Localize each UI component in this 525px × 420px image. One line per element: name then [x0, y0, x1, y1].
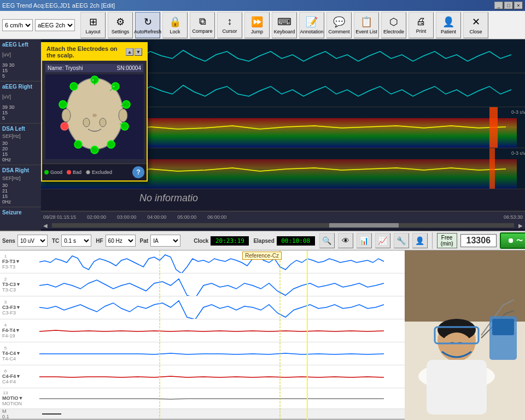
lock-button[interactable]: 🔒 Lock [162, 12, 188, 38]
svg-point-17 [62, 109, 71, 122]
chm-scale-bar [39, 409, 405, 418]
aeeg-left-scale: 39 30155 [2, 62, 39, 79]
eventlist-button[interactable]: 📋 Event List [354, 12, 379, 38]
settings-icon: ⚙ [116, 16, 125, 28]
bottom-toolbar: Sens 10 uV TC 0.1 s HF 60 Hz Pat IA Cloc… [0, 231, 525, 250]
excluded-label: Excluded [92, 170, 112, 175]
tools-btn[interactable]: 🔧 [394, 233, 409, 248]
dialog-content: Name: Tryoshi SN:00004 [42, 61, 147, 164]
title-bar: EEG Trend Acq:EEG,JD1 aEEG 2ch [Edit] _ … [0, 0, 525, 11]
speed-select[interactable]: 6 cm/h [2, 19, 33, 31]
dsa-right-title: DSA Right [2, 167, 39, 173]
ch13-num: 13 [2, 390, 9, 395]
dsa-right-scale: 3021150Hz [2, 183, 39, 205]
ch1-num: 1 [2, 254, 9, 259]
svg-rect-4 [489, 107, 498, 148]
trend-area: aEEG Left [uV] 39 30155 aEEG Right [uV] … [0, 39, 525, 231]
channel-select[interactable]: aEEG 2ch [35, 19, 75, 31]
pat-select[interactable]: IA [150, 235, 180, 247]
chart-btn[interactable]: 📊 [357, 233, 372, 248]
ch13-main: MOTIO▼ [2, 395, 39, 401]
excluded-dot [86, 170, 90, 174]
aeeg-right-title: aEEG Right [2, 84, 39, 90]
wave-icon: 〜 [516, 236, 523, 246]
eeg-row-m: M 0.1 [0, 409, 405, 419]
svg-point-25 [74, 141, 82, 148]
minimize-btn[interactable]: _ [494, 2, 503, 9]
lock-icon: 🔒 [169, 16, 181, 28]
tc-group: TC 0.1 s [52, 235, 91, 247]
aeeg-right-label: aEEG Right [uV] 39 30155 [0, 81, 41, 124]
close-button[interactable]: ✕ Close [463, 12, 488, 38]
green-action-btn[interactable]: ⏺ 〜 [500, 232, 525, 249]
ch6-svg [39, 365, 405, 388]
ch4-label: 4 F4-T4▼ F4-19 [0, 323, 39, 339]
electrode-dialog: Attach the Electrodes on the scalp. ▲ ▼ … [41, 42, 148, 182]
svg-rect-54 [427, 360, 487, 415]
cursor-button[interactable]: ↕ Cursor [217, 12, 242, 38]
trend-scroll-thumb[interactable] [329, 223, 399, 228]
jump-button[interactable]: ⏩ Jump [244, 12, 270, 38]
annotation-button[interactable]: 📝 Annotation [299, 12, 324, 38]
dialog-scroll-up[interactable]: ▲ [126, 48, 133, 56]
clock-group: Clock 20:23:19 [194, 236, 249, 246]
hf-label: HF [96, 238, 103, 244]
user-btn[interactable]: 👤 [412, 233, 428, 248]
divider-2 [432, 232, 433, 249]
svg-rect-8 [489, 148, 495, 189]
ch2-num: 2 [2, 277, 9, 282]
svg-point-18 [119, 109, 127, 122]
eeg-row-1: 1 F3-T3▼ F3-T3 [0, 250, 405, 273]
trend-scrollbar[interactable]: ◀ ▶ [41, 222, 525, 229]
autorefresh-button[interactable]: ↻ AutoRefresh [135, 12, 160, 38]
ch3-num: 3 [2, 300, 9, 305]
time-4: 04:00:00 [147, 214, 166, 220]
close-icon: ✕ [472, 16, 480, 28]
scroll-right-arrow[interactable]: ▶ [516, 222, 525, 229]
eeg-row-2: 2 T3-C3▼ T3-C3 [0, 273, 405, 296]
svg-rect-39 [39, 273, 405, 296]
svg-text:+: + [113, 85, 115, 89]
electrode-button[interactable]: ⬡ Electrode [381, 12, 406, 38]
close-window-btn[interactable]: × [514, 2, 523, 9]
elapsed-value: 00:10:08 [277, 236, 315, 246]
hf-select[interactable]: 60 Hz [106, 235, 136, 247]
patient-button[interactable]: 👤 Patient [436, 12, 461, 38]
legend-excluded: Excluded [86, 166, 112, 178]
svg-point-28 [70, 83, 78, 90]
ch5-main: T4-C4▼ [2, 351, 39, 356]
compare-button[interactable]: ⧉ Compare [190, 12, 215, 38]
timeline-bar: 09/28 01:15:15 02:00:00 03:00:00 04:00:0… [41, 211, 525, 222]
search-btn[interactable]: 🔍 [319, 233, 335, 248]
maximize-btn[interactable]: □ [504, 2, 513, 9]
seizure-title: Seizure [2, 209, 39, 215]
scroll-left-arrow[interactable]: ◀ [41, 222, 50, 229]
view-btn[interactable]: 👁 [338, 233, 353, 248]
ch4-wave [39, 319, 405, 342]
bad-dot [67, 170, 71, 174]
trend-content[interactable]: 0-3 uV 0-3 uV No informatio 09/28 01:15:… [41, 39, 525, 231]
keyboard-button[interactable]: ⌨ Keyboard [272, 12, 297, 38]
trend-labels: aEEG Left [uV] 39 30155 aEEG Right [uV] … [0, 39, 41, 231]
eeg-row-6: 6 C4-F4▼ C4-F4 [0, 365, 405, 388]
reference-label: Reference-Cz [242, 252, 282, 260]
ch5-label: 5 T4-C4▼ T4-C4 [0, 346, 39, 361]
time-6: 06:00:00 [207, 214, 226, 220]
layout-button[interactable]: ⊞ Layout [80, 12, 106, 38]
ch6-num: 6 [2, 369, 9, 374]
comment-button[interactable]: 💬 Comment [326, 12, 352, 38]
trend-btn[interactable]: 📈 [375, 233, 390, 248]
keyboard-icon: ⌨ [277, 16, 291, 28]
trend-scroll-track[interactable] [52, 223, 514, 228]
sens-select[interactable]: 10 uV [18, 235, 48, 247]
dialog-title-bar: Attach the Electrodes on the scalp. ▲ ▼ [42, 43, 147, 61]
ch4-sub: F4-19 [2, 333, 39, 339]
print-button[interactable]: 🖨 Print [409, 12, 434, 38]
help-button[interactable]: ? [132, 166, 144, 178]
settings-button[interactable]: ⚙ Settings [108, 12, 133, 38]
pat-group: Pat IA [140, 235, 181, 247]
aeeg-right-unit: [uV] [2, 94, 39, 100]
app-title: EEG Trend Acq:EEG,JD1 aEEG 2ch [Edit] [2, 2, 115, 9]
tc-select[interactable]: 0.1 s [61, 235, 91, 247]
dialog-scroll-down[interactable]: ▼ [135, 48, 142, 56]
